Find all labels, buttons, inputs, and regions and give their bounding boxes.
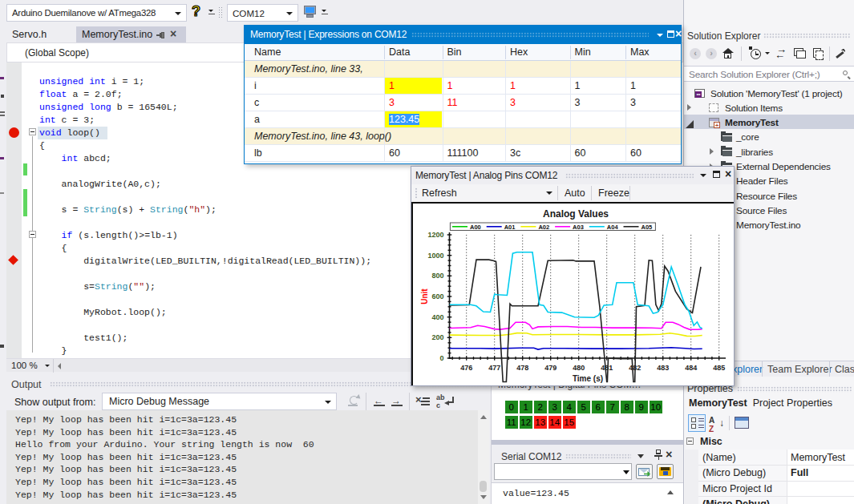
svg-text:A02: A02 (538, 224, 549, 231)
svg-text:A03: A03 (573, 224, 584, 231)
svg-text:1000: 1000 (427, 252, 443, 260)
svg-text:A04: A04 (607, 224, 619, 231)
svg-text:476: 476 (460, 364, 472, 372)
svg-text:483: 483 (657, 364, 669, 372)
svg-text:Unit: Unit (420, 288, 429, 304)
svg-text:480: 480 (573, 364, 585, 372)
svg-text:200: 200 (431, 333, 443, 341)
svg-text:800: 800 (431, 272, 443, 280)
svg-text:485: 485 (713, 364, 725, 372)
svg-text:0: 0 (439, 354, 443, 362)
svg-text:484: 484 (685, 364, 697, 372)
svg-text:400: 400 (431, 313, 443, 321)
svg-text:Analog Values: Analog Values (543, 208, 609, 220)
svg-text:A01: A01 (504, 224, 516, 231)
svg-text:1200: 1200 (427, 231, 443, 239)
svg-text:479: 479 (544, 364, 557, 372)
svg-text:A05: A05 (642, 224, 653, 231)
svg-text:477: 477 (488, 364, 500, 372)
svg-text:600: 600 (431, 292, 443, 300)
svg-text:A00: A00 (470, 224, 481, 231)
svg-text:Time (s): Time (s) (573, 374, 603, 383)
svg-text:481: 481 (601, 364, 613, 372)
svg-text:478: 478 (516, 364, 528, 372)
